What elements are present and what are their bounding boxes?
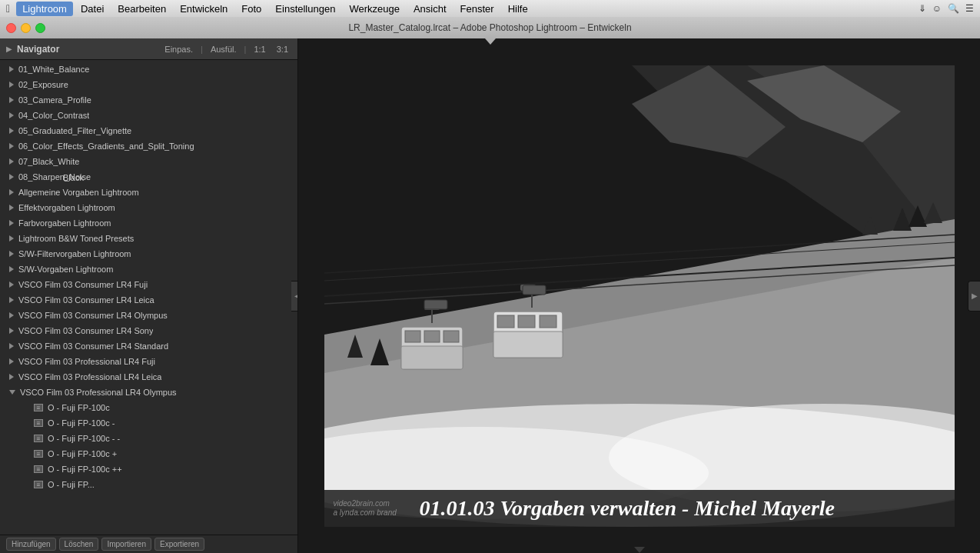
preset-group-item[interactable]: VSCO Film 03 Professional LR4 Fuji [0, 354, 297, 369]
preset-group-label: VSCO Film 03 Consumer LR4 Olympus [18, 311, 168, 320]
preset-sub-item[interactable]: O - Fuji FP... [0, 477, 297, 492]
preset-group-item[interactable]: VSCO Film 03 Consumer LR4 Sony [0, 323, 297, 338]
preset-group-item[interactable]: 05_Graduated_Filter_Vignette [0, 123, 297, 138]
preset-group-label: 07_Black_White [18, 157, 80, 166]
preset-group-item[interactable]: VSCO Film 03 Professional LR4 Leica [0, 369, 297, 385]
menu-bearbeiten[interactable]: Bearbeiten [111, 2, 172, 16]
menubar-right-icons: ⇓ ☺ 🔍 ☰ [919, 0, 974, 17]
preset-group-label: S/W-Vorgaben Lightroom [18, 265, 113, 274]
svg-rect-23 [497, 315, 514, 328]
title-dropdown-arrow-icon [485, 38, 496, 45]
preset-list[interactable]: 01_White_Balance02_Exposure03_Camera_Pro… [0, 60, 297, 553]
preset-group-item[interactable]: 03_Camera_Profile [0, 92, 297, 108]
menu-hilfe[interactable]: Hilfe [502, 2, 534, 16]
preset-group-label: VSCO Film 03 Consumer LR4 Leica [18, 295, 154, 305]
preset-item-label: O - Fuji FP-100c ++ [48, 465, 122, 474]
preset-item-icon [34, 435, 43, 442]
preset-group-item[interactable]: Lightroom B&W Toned Presets [0, 231, 297, 246]
menu-entwickeln[interactable]: Entwickeln [174, 2, 234, 16]
collapsed-arrow-icon [9, 281, 14, 288]
svg-rect-19 [401, 346, 463, 369]
preset-item-label: O - Fuji FP-100c [48, 403, 110, 412]
preset-sub-item[interactable]: O - Fuji FP-100c ++ [0, 461, 297, 477]
preset-group-item[interactable]: 02_Exposure [0, 77, 297, 92]
nav-einpas-button[interactable]: Einpas. [161, 44, 196, 55]
preset-group-item[interactable]: 01_White_Balance [0, 62, 297, 77]
preset-item-icon [34, 419, 43, 427]
preset-group-item[interactable]: S/W-Vorgaben Lightroom [0, 262, 297, 277]
preset-group-item[interactable]: 08_Sharpen_Noise [0, 169, 297, 185]
preset-group-item[interactable]: VSCO Film 03 Professional LR4 Olympus [0, 385, 297, 400]
menu-ansicht[interactable]: Ansicht [407, 2, 453, 16]
filmstrip-toggle-arrow-icon[interactable] [634, 547, 645, 553]
collapsed-arrow-icon [9, 266, 14, 272]
preset-group-item[interactable]: Effektvorgaben Lightroom [0, 200, 297, 215]
right-panel-handle[interactable]: ▶ [968, 281, 980, 311]
menu-foto[interactable]: Foto [235, 2, 267, 16]
preset-sub-item[interactable]: O - Fuji FP-100c - - [0, 431, 297, 446]
nav-3-1-button[interactable]: 3:1 [274, 44, 291, 55]
preset-group-item[interactable]: Farbvorgaben Lightroom [0, 215, 297, 231]
collapsed-arrow-icon [9, 374, 14, 380]
collapsed-arrow-icon [9, 128, 14, 134]
preset-group-label: S/W-Filtervorgaben Lightroom [18, 249, 131, 258]
apple-logo-icon[interactable]:  [6, 2, 10, 15]
collapsed-arrow-icon [9, 97, 14, 103]
preset-group-item[interactable]: 04_Color_Contrast [0, 108, 297, 123]
preset-item-label: O - Fuji FP-100c + [48, 449, 117, 458]
preset-group-item[interactable]: Allgemeine Vorgaben Lightroom [0, 185, 297, 200]
preset-group-item[interactable]: VSCO Film 03 Consumer LR4 Olympus [0, 308, 297, 323]
svg-rect-25 [540, 315, 556, 328]
preset-sub-item[interactable]: O - Fuji FP-100c + [0, 446, 297, 461]
navigator-collapse-arrow-icon[interactable]: ▶ [6, 45, 12, 53]
preset-group-label: 03_Camera_Profile [18, 95, 91, 105]
collapsed-arrow-icon [9, 220, 14, 226]
collapsed-arrow-icon [9, 82, 14, 88]
close-button[interactable] [6, 23, 16, 33]
preset-item-label: O - Fuji FP... [48, 480, 95, 489]
export-preset-button[interactable]: Exportieren [154, 538, 204, 551]
add-preset-button[interactable]: Hinzufügen [6, 538, 56, 551]
preset-group-item[interactable]: S/W-Filtervorgaben Lightroom [0, 246, 297, 262]
preset-sub-item[interactable]: O - Fuji FP-100c [0, 400, 297, 415]
delete-preset-button[interactable]: Löschen [59, 538, 99, 551]
collapsed-arrow-icon [9, 112, 14, 118]
preset-group-item[interactable]: 06_Color_Effects_Gradients_and_Split_Ton… [0, 138, 297, 154]
navigator-title: Navigator [17, 44, 157, 55]
search-icon[interactable]: 🔍 [948, 3, 959, 14]
preset-item-label: O - Fuji FP-100c - [48, 418, 115, 428]
brand-text: video2brain.com [334, 499, 410, 508]
preset-item-icon [34, 481, 43, 488]
menu-einstellungen[interactable]: Einstellungen [269, 2, 341, 16]
menu-werkzeuge[interactable]: Werkzeuge [343, 2, 406, 16]
navigator-header: ▶ Navigator Einpas. | Ausfül. | 1:1 3:1 [0, 38, 297, 60]
window-title: LR_Master_Catalog.lrcat – Adobe Photosho… [348, 22, 631, 33]
nav-ausfuel-button[interactable]: Ausfül. [208, 44, 240, 55]
collapsed-arrow-icon [9, 174, 14, 180]
preset-item-icon [34, 450, 43, 458]
download-icon[interactable]: ⇓ [919, 3, 926, 14]
menu-lightroom[interactable]: Lightroom [16, 2, 73, 16]
minimize-button[interactable] [21, 23, 31, 33]
preset-sub-item[interactable]: O - Fuji FP-100c - [0, 415, 297, 431]
menu-fenster[interactable]: Fenster [454, 2, 500, 16]
svg-rect-16 [405, 331, 420, 342]
nav-1-1-button[interactable]: 1:1 [251, 44, 268, 55]
maximize-button[interactable] [35, 23, 45, 33]
collapsed-arrow-icon [9, 66, 14, 72]
user-icon[interactable]: ☺ [932, 3, 942, 14]
sidebar-collapse-handle[interactable]: ◀ [291, 281, 298, 311]
sidebar: ▶ Navigator Einpas. | Ausfül. | 1:1 3:1 … [0, 38, 298, 553]
menu-datei[interactable]: Datei [75, 2, 110, 16]
preset-group-item[interactable]: 07_Black_White [0, 154, 297, 169]
preset-group-label: 01_White_Balance [18, 65, 89, 74]
import-preset-button[interactable]: Importieren [101, 538, 151, 551]
preset-group-label: 02_Exposure [18, 80, 68, 89]
preset-group-item[interactable]: VSCO Film 03 Consumer LR4 Standard [0, 338, 297, 354]
preset-group-item[interactable]: VSCO Film 03 Consumer LR4 Leica [0, 292, 297, 308]
preset-group-label: Lightroom B&W Toned Presets [18, 234, 134, 243]
preset-group-label: VSCO Film 03 Professional LR4 Fuji [18, 357, 155, 366]
preset-group-item[interactable]: VSCO Film 03 Consumer LR4 Fuji [0, 277, 297, 292]
list-icon[interactable]: ☰ [965, 3, 974, 14]
window-controls [6, 23, 45, 33]
